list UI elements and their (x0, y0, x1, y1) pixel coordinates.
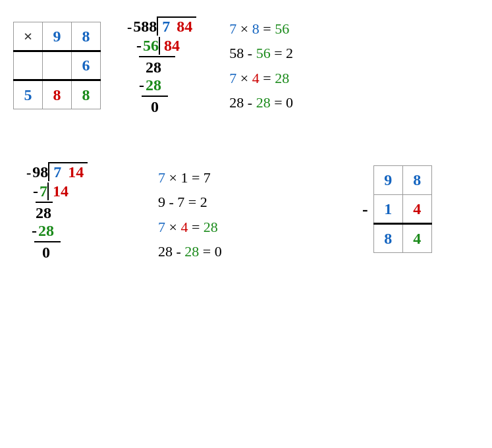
bottom-section: - 98 7 14 - 7 14 (0, 142, 492, 264)
bs1-7: 7 (158, 169, 165, 186)
bot-div-step2: - 28 (32, 222, 119, 240)
sub-cell-9: 9 (373, 166, 402, 195)
bot-step-line-4: 28 - 28 = 0 (158, 239, 303, 264)
top-div-step2: - 28 (139, 76, 196, 94)
bot-dividend: 98 (32, 163, 48, 181)
grid-cell-empty1 (14, 51, 43, 80)
sub-cell-1: 1 (373, 195, 402, 224)
top-steps: 7 × 8 = 56 58 - 56 = 2 7 × 4 = 28 (229, 16, 293, 115)
sub-cell-result-4: 4 (402, 224, 431, 253)
bot-underline1 (36, 202, 53, 203)
bot-step-line-2: 9 - 7 = 2 (158, 190, 303, 214)
grid-cell-5: 5 (14, 80, 43, 109)
top-minus2: - (139, 76, 144, 94)
ts1-times: × (240, 20, 252, 37)
top-step-line-3: 7 × 4 = 28 (229, 66, 293, 90)
bot-divisor: 7 (53, 163, 61, 181)
bs4-28: 28 - (158, 243, 184, 260)
top-minus1: - (136, 37, 142, 55)
top-step1-right: 84 (159, 37, 184, 55)
top-result: 0 (151, 98, 196, 116)
top-underline2 (142, 96, 168, 97)
top-step2-product: 28 (146, 76, 161, 94)
ts3-7: 7 (229, 70, 236, 86)
long-division-top: - 588 7 84 - 56 84 (127, 16, 196, 116)
grid-cell-result-8b: 8 (72, 80, 101, 109)
top-remainder: 28 (146, 59, 161, 76)
sub-grid-minus: - (362, 200, 368, 219)
ts3-eq: = (263, 70, 275, 86)
top-dividend: 588 (133, 18, 157, 36)
bot-quotient: 14 (65, 162, 88, 181)
top-divisor: 7 (162, 18, 170, 35)
page-container: × 9 8 6 5 8 8 (0, 0, 492, 448)
ts4-eq0: = 0 (274, 94, 293, 111)
sub-cell-result-8: 8 (373, 224, 402, 253)
bs1-rest: × 1 = 7 (169, 169, 211, 186)
bot-step-line-3: 7 × 4 = 28 (158, 215, 303, 239)
bot-div-step1: - 7 14 (33, 182, 119, 200)
bs4-28g: 28 (184, 243, 199, 260)
ts3-4: 4 (252, 70, 260, 86)
top-quotient: 84 (174, 16, 196, 36)
ts2-56: 56 (256, 45, 271, 61)
grid-cell-8: 8 (72, 22, 101, 51)
grid-cell-result-8: 8 (43, 80, 72, 109)
bot-step-line-1: 7 × 1 = 7 (158, 165, 303, 190)
ts1-7: 7 (229, 20, 236, 37)
ts4-28: 28 - (229, 94, 256, 111)
top-divisor-quotient-area: 7 (157, 16, 174, 36)
bs3-7: 7 (158, 219, 165, 235)
ts3-28: 28 (275, 70, 289, 86)
bot-remainder-row: 28 (36, 204, 119, 222)
bot-divisor-box: 7 (48, 162, 65, 181)
top-div-minus-outer: - (127, 18, 132, 36)
top-step-line-1: 7 × 8 = 56 (229, 16, 293, 41)
grid-cell-9: 9 (43, 22, 72, 51)
top-div-step1: - 56 84 (136, 37, 196, 55)
ts4-28g: 28 (256, 94, 271, 111)
ts2-eq2: = 2 (274, 45, 293, 61)
bot-div-minus-outer: - (26, 164, 31, 181)
subtraction-grid: - 9 8 1 4 8 4 (362, 165, 432, 253)
bot-step1-product: 7 (40, 182, 47, 200)
bs2-text: 9 - 7 = 2 (158, 194, 207, 210)
top-remainder-row: 28 (146, 59, 196, 76)
grid-cell-empty2 (43, 51, 72, 80)
top-underline1 (139, 56, 175, 57)
top-step-line-4: 28 - 28 = 0 (229, 90, 293, 115)
bottom-steps: 7 × 1 = 7 9 - 7 = 2 7 × 4 = 28 28 - 28 =… (158, 165, 303, 264)
ts1-8: 8 (252, 20, 260, 37)
bot-remainder: 28 (36, 204, 51, 221)
ts1-56: 56 (275, 20, 289, 37)
ts1-eq: = (263, 20, 275, 37)
ts2-58: 58 - (229, 45, 256, 61)
bs3-times: × (169, 219, 181, 235)
bs3-eq: = (192, 219, 204, 235)
bs4-eq0: = 0 (203, 243, 222, 260)
bot-step2-product: 28 (38, 222, 54, 240)
top-step-line-2: 58 - 56 = 2 (229, 41, 293, 65)
grid-cell-6: 6 (72, 51, 101, 80)
grid-cell-x: × (14, 22, 43, 51)
multiplication-grid: × 9 8 6 5 8 8 (13, 18, 101, 109)
bs3-4: 4 (180, 219, 188, 235)
top-zero: 0 (151, 98, 159, 115)
bs3-28: 28 (204, 219, 218, 235)
top-step1-product: 56 (143, 37, 159, 55)
sub-cell-8: 8 (402, 166, 431, 195)
bot-underline2 (34, 241, 61, 242)
sub-cell-4: 4 (402, 195, 431, 224)
long-division-bottom: - 98 7 14 - 7 14 (26, 162, 119, 262)
bot-minus2: - (32, 222, 37, 240)
bot-step1-right: 14 (47, 182, 72, 200)
bot-minus1: - (33, 182, 38, 200)
bot-zero: 0 (42, 244, 50, 261)
bot-result: 0 (42, 244, 119, 262)
top-section: × 9 8 6 5 8 8 (0, 0, 492, 116)
ts3-times: × (240, 70, 252, 86)
